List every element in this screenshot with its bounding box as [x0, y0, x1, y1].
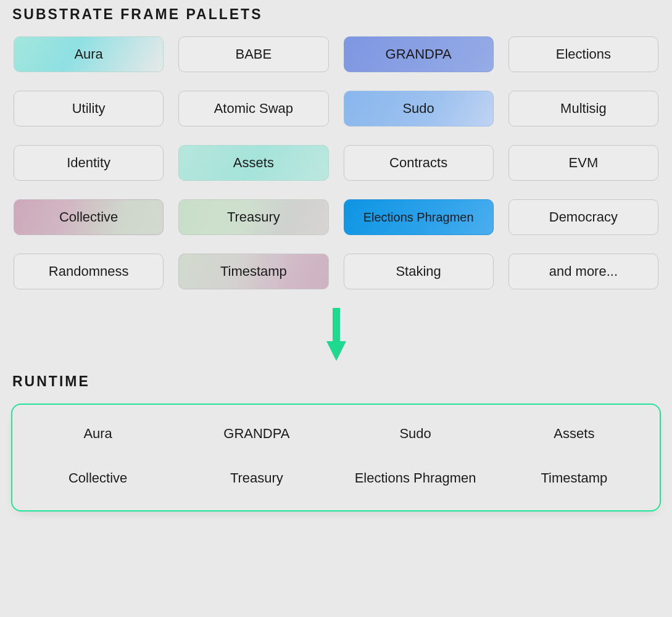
- pallet-sudo: Sudo: [344, 91, 494, 126]
- svg-marker-1: [326, 341, 346, 361]
- pallet-identity: Identity: [14, 145, 164, 181]
- pallets-grid: Aura BABE GRANDPA Elections Utility Atom…: [11, 36, 661, 289]
- pallet-elections-phragmen: Elections Phragmen: [344, 199, 494, 235]
- pallet-aura: Aura: [14, 36, 164, 72]
- pallet-elections: Elections: [508, 36, 658, 72]
- runtime-item-timestamp: Timestamp: [501, 470, 647, 486]
- pallet-and-more: and more...: [508, 254, 658, 289]
- pallet-evm: EVM: [508, 145, 658, 181]
- pallets-section-title: SUBSTRATE FRAME PALLETS: [12, 6, 661, 23]
- pallet-contracts: Contracts: [344, 145, 494, 181]
- runtime-item-elections-phragmen: Elections Phragmen: [342, 470, 489, 486]
- pallet-utility: Utility: [14, 91, 164, 126]
- pallet-collective: Collective: [14, 199, 164, 235]
- runtime-item-treasury: Treasury: [183, 470, 330, 486]
- pallet-democracy: Democracy: [508, 199, 658, 235]
- pallet-assets: Assets: [178, 145, 328, 181]
- pallet-grandpa: GRANDPA: [344, 36, 494, 72]
- runtime-section-title: RUNTIME: [12, 373, 661, 390]
- pallet-babe: BABE: [178, 36, 328, 72]
- pallet-atomic-swap: Atomic Swap: [178, 91, 328, 126]
- pallet-timestamp: Timestamp: [178, 254, 328, 289]
- pallet-randomness: Randomness: [14, 254, 164, 289]
- runtime-item-collective: Collective: [25, 470, 171, 486]
- runtime-box: Aura GRANDPA Sudo Assets Collective Trea…: [11, 404, 661, 511]
- pallet-treasury: Treasury: [178, 199, 328, 235]
- runtime-item-aura: Aura: [25, 426, 171, 442]
- runtime-grid: Aura GRANDPA Sudo Assets Collective Trea…: [25, 426, 647, 487]
- pallet-multisig: Multisig: [508, 91, 658, 126]
- pallet-staking: Staking: [344, 254, 494, 289]
- runtime-item-assets: Assets: [501, 426, 647, 442]
- runtime-item-sudo: Sudo: [342, 426, 489, 442]
- runtime-item-grandpa: GRANDPA: [183, 426, 330, 442]
- arrow-down-icon: [11, 308, 661, 362]
